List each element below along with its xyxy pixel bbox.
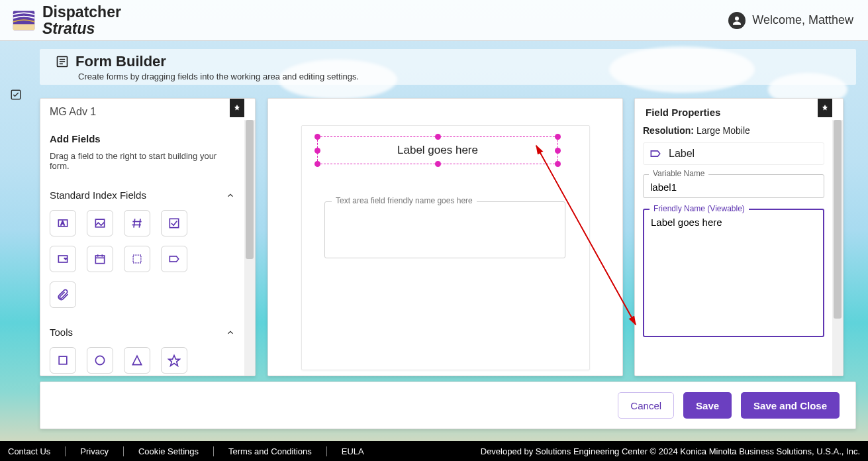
footer-link-cookie[interactable]: Cookie Settings (138, 446, 214, 456)
field-image[interactable] (87, 210, 113, 236)
field-properties-title: Field Properties (635, 99, 843, 121)
svg-marker-25 (169, 356, 180, 366)
resolution-label: Resolution: (643, 125, 694, 136)
left-scrollbar[interactable] (244, 120, 255, 376)
form-name: MG Adv 1 (50, 106, 96, 118)
pin-left-panel[interactable] (230, 99, 244, 117)
chevron-up-icon (226, 191, 235, 200)
tools-label: Tools (50, 327, 73, 338)
page-title-bar: Form Builder Create forms by dragging fi… (40, 49, 856, 85)
left-rail-toggle[interactable] (7, 85, 25, 105)
field-label[interactable] (161, 246, 187, 272)
svg-marker-24 (132, 356, 141, 364)
page-subtitle: Create forms by dragging fields into the… (78, 72, 847, 81)
svg-text:A: A (61, 220, 65, 227)
save-button[interactable]: Save (683, 392, 732, 419)
checklist-icon (10, 89, 22, 101)
chevron-up-icon (226, 328, 235, 337)
right-scrollbar[interactable] (832, 120, 843, 376)
add-fields-hint: Drag a field to the right to start build… (50, 151, 235, 171)
field-number[interactable] (124, 210, 150, 236)
svg-line-12 (139, 219, 140, 227)
svg-rect-21 (133, 255, 141, 263)
tool-rectangle[interactable] (50, 347, 76, 374)
label-icon (649, 147, 662, 160)
pin-right-panel[interactable] (818, 99, 832, 117)
label-field-text: Label goes here (397, 144, 478, 157)
pin-icon (233, 104, 241, 112)
friendly-name-field[interactable]: Friendly Name (Viewable) (643, 209, 824, 337)
svg-point-2 (735, 17, 739, 21)
field-selection[interactable] (124, 246, 150, 272)
footer-link-privacy[interactable]: Privacy (80, 446, 124, 456)
footer-link-terms[interactable]: Terms and Conditions (228, 446, 327, 456)
pin-icon (821, 104, 829, 112)
form-canvas[interactable]: Label goes here Text area field friendly… (301, 125, 590, 370)
field-dropdown[interactable] (50, 246, 76, 272)
field-type-row: Label (643, 142, 824, 165)
resolution-value: Large Mobile (697, 125, 750, 136)
standard-fields-header[interactable]: Standard Index Fields (50, 189, 235, 201)
page-title: Form Builder (75, 53, 166, 70)
field-checkbox[interactable] (161, 210, 187, 236)
resolution-line: Resolution: Large Mobile (643, 125, 824, 136)
welcome-text: Welcome, Matthew (752, 13, 853, 27)
textarea-field[interactable]: Text area field friendly name goes here (324, 201, 565, 258)
field-type-label: Label (669, 148, 695, 160)
footer-links: Contact Us Privacy Cookie Settings Terms… (8, 446, 364, 456)
save-and-close-button[interactable]: Save and Close (741, 392, 840, 419)
field-date[interactable] (87, 246, 113, 272)
friendly-name-input[interactable] (651, 217, 816, 329)
tool-triangle[interactable] (124, 347, 150, 374)
tools-header[interactable]: Tools (50, 327, 235, 338)
friendly-name-legend: Friendly Name (Viewable) (650, 204, 749, 213)
tool-star[interactable] (161, 347, 187, 374)
svg-line-11 (134, 219, 135, 227)
tool-circle[interactable] (87, 347, 113, 374)
welcome-block[interactable]: Welcome, Matthew (728, 12, 853, 29)
svg-rect-15 (169, 219, 178, 227)
svg-rect-1 (13, 24, 34, 30)
form-icon (56, 55, 69, 68)
field-attachment[interactable] (50, 282, 76, 308)
add-fields-heading: Add Fields (50, 133, 235, 144)
textarea-legend: Text area field friendly name goes here (332, 196, 477, 205)
action-bar: Cancel Save Save and Close (40, 382, 856, 429)
variable-name-field[interactable]: Variable Name (643, 174, 824, 198)
brand-block: Dispatcher Stratus (12, 4, 121, 36)
brand-line1: Dispatcher (42, 4, 121, 20)
top-header: Dispatcher Stratus Welcome, Matthew (0, 0, 868, 41)
brand-line2: Stratus (42, 21, 121, 36)
standard-fields-label: Standard Index Fields (50, 189, 146, 201)
svg-rect-17 (95, 256, 104, 264)
footer-link-contact[interactable]: Contact Us (8, 446, 66, 456)
svg-point-23 (95, 356, 104, 364)
avatar-icon (728, 12, 746, 29)
field-text[interactable]: A (50, 210, 76, 236)
variable-name-legend: Variable Name (649, 169, 708, 178)
svg-rect-22 (59, 356, 67, 364)
left-panel: MG Adv 1 Add Fields Drag a field to the … (40, 98, 256, 376)
footer-link-eula[interactable]: EULA (342, 446, 364, 456)
footer-copyright: Developed by Solutions Engineering Cente… (481, 446, 860, 456)
field-properties-panel: Field Properties Resolution: Large Mobil… (634, 98, 844, 376)
canvas-panel: Label goes here Text area field friendly… (267, 98, 623, 376)
label-field-selected[interactable]: Label goes here (317, 136, 558, 164)
cancel-button[interactable]: Cancel (618, 392, 674, 419)
logo-icon (12, 9, 36, 32)
variable-name-input[interactable] (650, 181, 817, 193)
footer: Contact Us Privacy Cookie Settings Terms… (0, 441, 868, 461)
